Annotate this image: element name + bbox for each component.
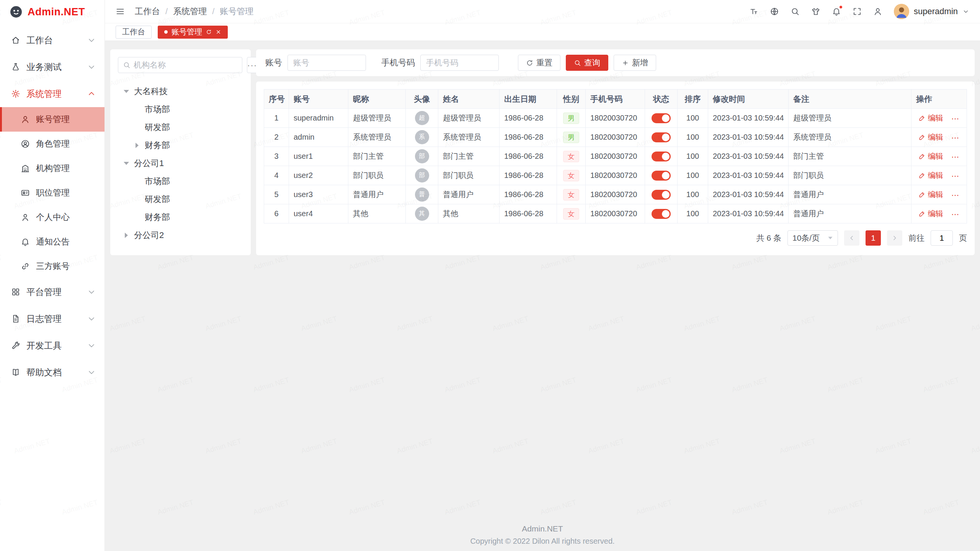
edit-button[interactable]: 编辑	[919, 151, 943, 161]
prev-page-button[interactable]	[844, 230, 859, 246]
notification-badge	[839, 5, 843, 9]
user-icon[interactable]	[873, 7, 882, 16]
tree-node[interactable]: 研发部	[118, 190, 243, 208]
org-search-field	[118, 57, 242, 73]
topbar-actions: superadmin	[749, 4, 969, 19]
main-area: 工作台 / 系统管理 / 账号管理 superadmin	[105, 0, 980, 551]
breadcrumb-separator: /	[165, 7, 168, 16]
sidebar-item-business-test[interactable]: 业务测试	[0, 54, 105, 80]
tree-caret-right-icon[interactable]	[132, 143, 142, 148]
theme-icon[interactable]	[811, 7, 820, 16]
table-row: 2 admin 系统管理员 系 系统管理员 1986-06-28 男 18020…	[264, 128, 967, 147]
grid-icon	[11, 287, 20, 297]
search-icon[interactable]	[791, 7, 800, 16]
status-toggle[interactable]	[652, 190, 671, 200]
sidebar-item-workbench[interactable]: 工作台	[0, 27, 105, 54]
row-avatar: 系	[415, 130, 429, 144]
chevron-down-icon	[87, 62, 96, 72]
org-tree-panel: ··· 大名科技 市场部 研发部 财务部	[110, 49, 251, 255]
sidebar-item-system-management[interactable]: 系统管理	[0, 80, 105, 107]
tree-node[interactable]: 市场部	[118, 100, 243, 118]
notification-bell-icon[interactable]	[832, 7, 841, 16]
sidebar-item-notice[interactable]: 通知公告	[0, 230, 105, 254]
sidebar-item-role-management[interactable]: 角色管理	[0, 132, 105, 156]
status-toggle[interactable]	[652, 113, 671, 123]
current-page-button[interactable]: 1	[866, 230, 881, 246]
sidebar-item-position-management[interactable]: 职位管理	[0, 181, 105, 205]
tree-caret-down-icon[interactable]	[122, 162, 131, 165]
org-search-input[interactable]	[134, 60, 237, 70]
page-size-select[interactable]: 10条/页	[787, 230, 838, 246]
gender-badge: 女	[563, 170, 579, 181]
tree-node[interactable]: 研发部	[118, 118, 243, 136]
edit-button[interactable]: 编辑	[919, 113, 943, 123]
hamburger-menu-icon[interactable]	[116, 7, 125, 16]
fullscreen-icon[interactable]	[853, 7, 862, 16]
tab-refresh-icon[interactable]	[206, 29, 212, 35]
table-row: 6 user4 其他 其 其他 1986-06-28 女 18020030720…	[264, 204, 967, 223]
username: superadmin	[914, 7, 958, 16]
sidebar-item-platform-management[interactable]: 平台管理	[0, 279, 105, 305]
sidebar-item-log-management[interactable]: 日志管理	[0, 305, 105, 332]
font-size-icon[interactable]	[749, 7, 758, 16]
account-filter-input[interactable]	[287, 55, 366, 71]
menu-label: 帮助文档	[26, 367, 62, 378]
menu-label: 三方账号	[36, 261, 70, 272]
status-toggle[interactable]	[652, 152, 671, 161]
tree-node[interactable]: 大名科技	[118, 82, 243, 100]
tree-node[interactable]: 财务部	[118, 136, 243, 154]
menu-label: 开发工具	[26, 340, 62, 352]
tree-node[interactable]: 分公司2	[118, 226, 243, 244]
gender-badge: 女	[563, 208, 579, 220]
tree-node[interactable]: 分公司1	[118, 154, 243, 172]
row-more-button[interactable]: ⋯	[951, 114, 959, 123]
tree-caret-down-icon[interactable]	[122, 90, 131, 93]
next-page-button[interactable]	[887, 230, 902, 246]
sidebar-item-account-management[interactable]: 账号管理	[0, 107, 105, 132]
edit-button[interactable]: 编辑	[919, 209, 943, 219]
add-button[interactable]: 新增	[614, 55, 656, 71]
tree-node[interactable]: 财务部	[118, 208, 243, 226]
sidebar-item-dev-tools[interactable]: 开发工具	[0, 332, 105, 359]
user-menu[interactable]: superadmin	[894, 4, 969, 19]
app-logo[interactable]: Admin.NET	[0, 0, 105, 24]
search-button[interactable]: 查询	[566, 55, 608, 71]
status-toggle[interactable]	[652, 209, 671, 219]
edit-button[interactable]: 编辑	[919, 132, 943, 142]
tab-workbench[interactable]: 工作台	[116, 26, 152, 39]
tree-node[interactable]: 市场部	[118, 172, 243, 190]
sidebar-item-user-center[interactable]: 个人中心	[0, 205, 105, 230]
sidebar-item-third-party-account[interactable]: 三方账号	[0, 254, 105, 279]
edit-button[interactable]: 编辑	[919, 170, 943, 181]
sidebar-item-help-docs[interactable]: 帮助文档	[0, 359, 105, 386]
globe-icon[interactable]	[770, 7, 779, 16]
search-icon	[123, 61, 131, 69]
row-more-button[interactable]: ⋯	[951, 134, 959, 142]
row-more-button[interactable]: ⋯	[951, 172, 959, 180]
row-more-button[interactable]: ⋯	[951, 191, 959, 199]
tab-account-management[interactable]: 账号管理	[158, 26, 228, 39]
status-toggle[interactable]	[652, 132, 671, 142]
edit-icon	[919, 191, 926, 198]
tree-caret-right-icon[interactable]	[122, 233, 131, 238]
tab-close-icon[interactable]	[216, 29, 221, 35]
row-more-button[interactable]: ⋯	[951, 153, 959, 161]
menu-label: 账号管理	[36, 114, 70, 125]
chevron-left-icon	[849, 235, 855, 241]
phone-filter-input[interactable]	[420, 55, 499, 71]
link-icon	[21, 262, 30, 271]
home-icon	[11, 36, 20, 45]
goto-page-input[interactable]	[931, 230, 953, 246]
footer: Admin.NET Copyright © 2022 Dilon All rig…	[105, 521, 980, 551]
status-toggle[interactable]	[652, 171, 671, 181]
search-icon	[574, 59, 581, 67]
table-row: 5 user3 普通用户 普 普通用户 1986-06-28 女 1802003…	[264, 185, 967, 204]
sidebar-item-org-management[interactable]: 机构管理	[0, 156, 105, 181]
gender-badge: 女	[563, 189, 579, 201]
reset-button[interactable]: 重置	[518, 55, 560, 71]
breadcrumb-item-workbench[interactable]: 工作台	[135, 6, 160, 17]
edit-button[interactable]: 编辑	[919, 189, 943, 200]
breadcrumb-item-system[interactable]: 系统管理	[173, 6, 207, 17]
row-more-button[interactable]: ⋯	[951, 210, 959, 218]
edit-icon	[919, 153, 926, 160]
